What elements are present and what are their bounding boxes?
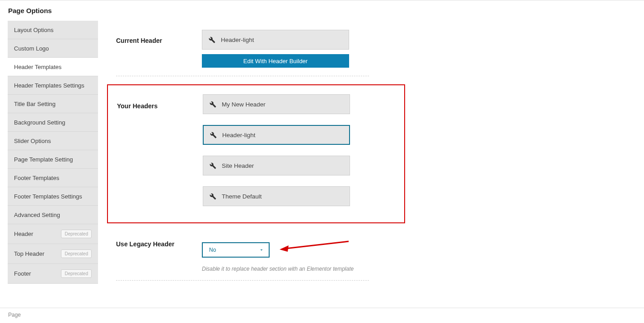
sidebar: Layout Options Custom Logo Header Templa…	[8, 21, 98, 284]
red-arrow-annotation-icon	[279, 240, 351, 253]
sidebar-item-header-templates[interactable]: Header Templates	[8, 58, 98, 76]
current-header-value: Header-light	[221, 37, 254, 43]
sidebar-item-label: Slider Options	[14, 138, 51, 144]
sidebar-item-label: Title Bar Setting	[14, 101, 56, 107]
header-option-label: Site Header	[222, 162, 254, 169]
sidebar-item-footer-legacy[interactable]: Footer Deprecated	[8, 264, 98, 284]
svg-marker-1	[280, 245, 289, 252]
header-option-site-header[interactable]: Site Header	[203, 156, 350, 175]
sidebar-item-label: Header Templates Settings	[14, 82, 84, 89]
tools-icon	[210, 162, 216, 169]
sidebar-item-layout-options[interactable]: Layout Options	[8, 21, 98, 39]
deprecated-badge: Deprecated	[61, 249, 92, 258]
footer-text: Page	[0, 308, 644, 318]
sidebar-item-label: Page Template Setting	[14, 156, 73, 163]
tools-icon	[210, 101, 216, 108]
tools-icon	[210, 132, 217, 138]
sidebar-item-footer-templates[interactable]: Footer Templates	[8, 169, 98, 187]
deprecated-badge: Deprecated	[61, 230, 92, 238]
sidebar-item-label: Footer	[14, 270, 31, 277]
sidebar-item-header-legacy[interactable]: Header Deprecated	[8, 224, 98, 244]
legacy-header-hint: Disable it to replace header section wit…	[202, 266, 354, 272]
tools-icon	[209, 37, 215, 43]
sidebar-item-label: Header Templates	[14, 64, 61, 70]
sidebar-item-label: Background Setting	[14, 119, 65, 126]
header-option-label: Theme Default	[222, 193, 262, 200]
tools-icon	[210, 193, 216, 200]
sidebar-item-footer-templates-settings[interactable]: Footer Templates Settings	[8, 187, 98, 206]
svg-line-0	[285, 241, 349, 249]
header-option-my-new-header[interactable]: My New Header	[203, 94, 350, 114]
legacy-header-select[interactable]: No	[202, 242, 270, 258]
header-option-header-light[interactable]: Header-light	[203, 125, 350, 145]
legacy-header-value: No	[209, 247, 216, 253]
sidebar-item-title-bar-setting[interactable]: Title Bar Setting	[8, 95, 98, 113]
divider	[116, 76, 369, 76]
sidebar-item-label: Footer Templates Settings	[14, 193, 82, 200]
divider	[116, 280, 369, 281]
header-option-label: Header-light	[222, 132, 256, 138]
edit-header-builder-button[interactable]: Edit With Header Builder	[202, 54, 349, 68]
sidebar-item-slider-options[interactable]: Slider Options	[8, 132, 98, 150]
page-title: Page Options	[0, 0, 644, 21]
your-headers-label: Your Headers	[117, 94, 203, 110]
sidebar-item-page-template-setting[interactable]: Page Template Setting	[8, 150, 98, 169]
legacy-header-label: Use Legacy Header	[116, 233, 202, 248]
sidebar-item-label: Top Header	[14, 250, 44, 257]
your-headers-highlight: Your Headers My New Header Header-light	[107, 84, 405, 223]
sidebar-item-label: Layout Options	[14, 27, 53, 33]
sidebar-item-label: Custom Logo	[14, 45, 49, 52]
header-option-theme-default[interactable]: Theme Default	[203, 186, 350, 206]
sidebar-item-advanced-setting[interactable]: Advanced Setting	[8, 206, 98, 224]
current-header-label: Current Header	[116, 30, 202, 44]
sidebar-item-background-setting[interactable]: Background Setting	[8, 113, 98, 132]
sidebar-item-header-templates-settings[interactable]: Header Templates Settings	[8, 76, 98, 95]
current-header-box[interactable]: Header-light	[202, 30, 349, 50]
sidebar-item-top-header-legacy[interactable]: Top Header Deprecated	[8, 244, 98, 264]
header-option-label: My New Header	[222, 101, 266, 108]
sidebar-item-label: Footer Templates	[14, 175, 59, 181]
deprecated-badge: Deprecated	[61, 269, 92, 278]
sidebar-item-label: Advanced Setting	[14, 212, 60, 218]
content-panel: Current Header Header-light Edit With He…	[98, 21, 644, 298]
sidebar-item-custom-logo[interactable]: Custom Logo	[8, 39, 98, 58]
sidebar-item-label: Header	[14, 231, 33, 237]
chevron-down-icon	[259, 247, 264, 253]
